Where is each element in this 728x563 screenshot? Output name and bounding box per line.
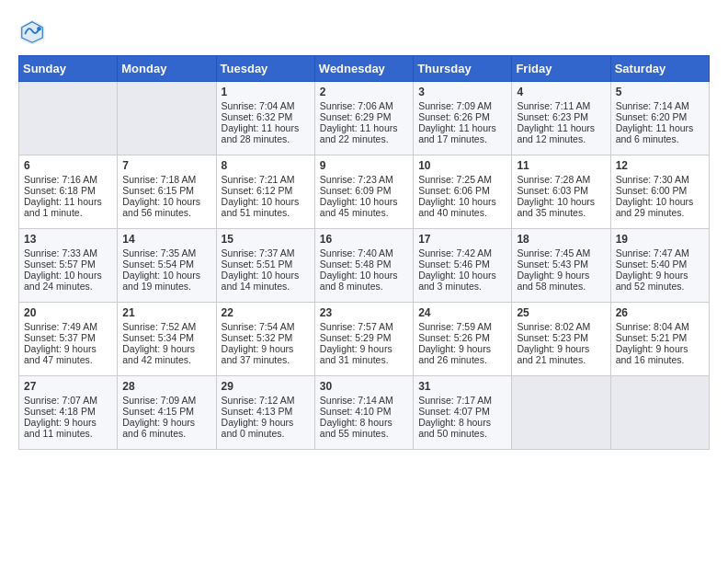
sunrise-text: Sunrise: 7:54 AM: [222, 321, 310, 332]
sunset-text: Sunset: 5:29 PM: [320, 332, 408, 343]
daylight-text: Daylight: 9 hours and 6 minutes.: [122, 417, 210, 439]
sunset-text: Sunset: 4:15 PM: [122, 406, 210, 417]
sunrise-text: Sunrise: 7:23 AM: [320, 174, 408, 185]
calendar-cell: 17Sunrise: 7:42 AMSunset: 5:46 PMDayligh…: [414, 229, 512, 303]
day-number: 15: [222, 233, 310, 246]
daylight-text: Daylight: 10 hours and 40 minutes.: [418, 196, 506, 218]
calendar-cell: 19Sunrise: 7:47 AMSunset: 5:40 PMDayligh…: [610, 229, 709, 303]
sunrise-text: Sunrise: 7:16 AM: [24, 174, 112, 185]
calendar-cell: 4Sunrise: 7:11 AMSunset: 6:23 PMDaylight…: [512, 82, 610, 155]
calendar-cell: 26Sunrise: 8:04 AMSunset: 5:21 PMDayligh…: [610, 303, 709, 376]
calendar-cell: 10Sunrise: 7:25 AMSunset: 6:06 PMDayligh…: [414, 155, 512, 229]
sunset-text: Sunset: 4:18 PM: [24, 406, 112, 417]
sunset-text: Sunset: 6:26 PM: [418, 111, 506, 122]
day-number: 17: [418, 233, 506, 246]
calendar-cell: [118, 82, 216, 155]
calendar-cell: 21Sunrise: 7:52 AMSunset: 5:34 PMDayligh…: [118, 303, 216, 376]
day-number: 3: [418, 86, 506, 98]
sunrise-text: Sunrise: 7:33 AM: [24, 247, 112, 259]
day-number: 18: [517, 233, 605, 246]
sunrise-text: Sunrise: 7:45 AM: [517, 247, 605, 259]
daylight-text: Daylight: 9 hours and 11 minutes.: [24, 417, 112, 439]
day-number: 19: [616, 233, 704, 246]
logo: [18, 18, 50, 46]
page-header: [18, 18, 710, 46]
daylight-text: Daylight: 10 hours and 8 minutes.: [320, 270, 408, 292]
calendar-week-row: 6Sunrise: 7:16 AMSunset: 6:18 PMDaylight…: [19, 155, 710, 229]
sunset-text: Sunset: 5:23 PM: [517, 332, 605, 343]
daylight-text: Daylight: 10 hours and 35 minutes.: [517, 196, 605, 218]
sunrise-text: Sunrise: 7:06 AM: [320, 100, 408, 111]
daylight-text: Daylight: 10 hours and 56 minutes.: [122, 196, 210, 218]
calendar-cell: 25Sunrise: 8:02 AMSunset: 5:23 PMDayligh…: [512, 303, 610, 376]
calendar-week-row: 27Sunrise: 7:07 AMSunset: 4:18 PMDayligh…: [19, 376, 710, 450]
daylight-text: Daylight: 9 hours and 16 minutes.: [616, 343, 704, 365]
day-header-sunday: Sunday: [19, 56, 118, 82]
sunset-text: Sunset: 5:32 PM: [222, 332, 310, 343]
sunset-text: Sunset: 5:54 PM: [122, 259, 210, 270]
day-number: 13: [24, 233, 112, 246]
day-number: 12: [616, 159, 704, 172]
day-number: 24: [418, 306, 506, 319]
day-number: 27: [24, 380, 112, 393]
day-number: 31: [418, 380, 506, 393]
daylight-text: Daylight: 11 hours and 17 minutes.: [418, 122, 506, 144]
sunrise-text: Sunrise: 7:12 AM: [222, 395, 310, 406]
day-number: 4: [517, 86, 605, 98]
calendar-cell: 14Sunrise: 7:35 AMSunset: 5:54 PMDayligh…: [118, 229, 216, 303]
calendar-cell: 2Sunrise: 7:06 AMSunset: 6:29 PMDaylight…: [314, 82, 413, 155]
daylight-text: Daylight: 11 hours and 6 minutes.: [616, 122, 704, 144]
day-number: 7: [122, 159, 210, 172]
day-number: 10: [418, 159, 506, 172]
sunset-text: Sunset: 5:21 PM: [616, 332, 704, 343]
day-number: 30: [320, 380, 408, 393]
daylight-text: Daylight: 10 hours and 51 minutes.: [222, 196, 310, 218]
calendar-cell: 8Sunrise: 7:21 AMSunset: 6:12 PMDaylight…: [216, 155, 314, 229]
day-header-friday: Friday: [512, 56, 610, 82]
day-number: 16: [320, 233, 408, 246]
calendar-cell: 6Sunrise: 7:16 AMSunset: 6:18 PMDaylight…: [19, 155, 118, 229]
sunrise-text: Sunrise: 7:59 AM: [418, 321, 506, 332]
day-number: 20: [24, 306, 112, 319]
calendar-cell: 31Sunrise: 7:17 AMSunset: 4:07 PMDayligh…: [414, 376, 512, 450]
daylight-text: Daylight: 9 hours and 52 minutes.: [616, 270, 704, 292]
calendar-header-row: SundayMondayTuesdayWednesdayThursdayFrid…: [19, 56, 710, 82]
calendar-week-row: 13Sunrise: 7:33 AMSunset: 5:57 PMDayligh…: [19, 229, 710, 303]
sunset-text: Sunset: 6:18 PM: [24, 185, 112, 196]
calendar-table: SundayMondayTuesdayWednesdayThursdayFrid…: [18, 55, 710, 450]
sunrise-text: Sunrise: 7:21 AM: [222, 174, 310, 185]
day-number: 25: [517, 306, 605, 319]
daylight-text: Daylight: 11 hours and 22 minutes.: [320, 122, 408, 144]
daylight-text: Daylight: 11 hours and 12 minutes.: [517, 122, 605, 144]
calendar-week-row: 1Sunrise: 7:04 AMSunset: 6:32 PMDaylight…: [19, 82, 710, 155]
sunrise-text: Sunrise: 7:14 AM: [616, 100, 704, 111]
calendar-cell: [610, 376, 709, 450]
sunrise-text: Sunrise: 7:07 AM: [24, 395, 112, 406]
day-number: 1: [222, 86, 310, 98]
sunrise-text: Sunrise: 7:52 AM: [122, 321, 210, 332]
sunrise-text: Sunrise: 7:49 AM: [24, 321, 112, 332]
calendar-cell: 16Sunrise: 7:40 AMSunset: 5:48 PMDayligh…: [314, 229, 413, 303]
day-number: 26: [616, 306, 704, 319]
calendar-cell: 18Sunrise: 7:45 AMSunset: 5:43 PMDayligh…: [512, 229, 610, 303]
day-header-thursday: Thursday: [414, 56, 512, 82]
calendar-cell: 20Sunrise: 7:49 AMSunset: 5:37 PMDayligh…: [19, 303, 118, 376]
sunrise-text: Sunrise: 7:04 AM: [222, 100, 310, 111]
calendar-cell: 24Sunrise: 7:59 AMSunset: 5:26 PMDayligh…: [414, 303, 512, 376]
sunset-text: Sunset: 5:57 PM: [24, 259, 112, 270]
calendar-cell: 1Sunrise: 7:04 AMSunset: 6:32 PMDaylight…: [216, 82, 314, 155]
sunset-text: Sunset: 6:03 PM: [517, 185, 605, 196]
sunrise-text: Sunrise: 7:40 AM: [320, 247, 408, 259]
sunset-text: Sunset: 6:15 PM: [122, 185, 210, 196]
daylight-text: Daylight: 9 hours and 26 minutes.: [418, 343, 506, 365]
calendar-cell: 3Sunrise: 7:09 AMSunset: 6:26 PMDaylight…: [414, 82, 512, 155]
day-number: 29: [222, 380, 310, 393]
calendar-cell: 5Sunrise: 7:14 AMSunset: 6:20 PMDaylight…: [610, 82, 709, 155]
sunrise-text: Sunrise: 7:09 AM: [418, 100, 506, 111]
day-header-tuesday: Tuesday: [216, 56, 314, 82]
sunset-text: Sunset: 6:20 PM: [616, 111, 704, 122]
day-header-monday: Monday: [118, 56, 216, 82]
svg-point-2: [37, 27, 41, 31]
sunrise-text: Sunrise: 7:42 AM: [418, 247, 506, 259]
daylight-text: Daylight: 10 hours and 3 minutes.: [418, 270, 506, 292]
